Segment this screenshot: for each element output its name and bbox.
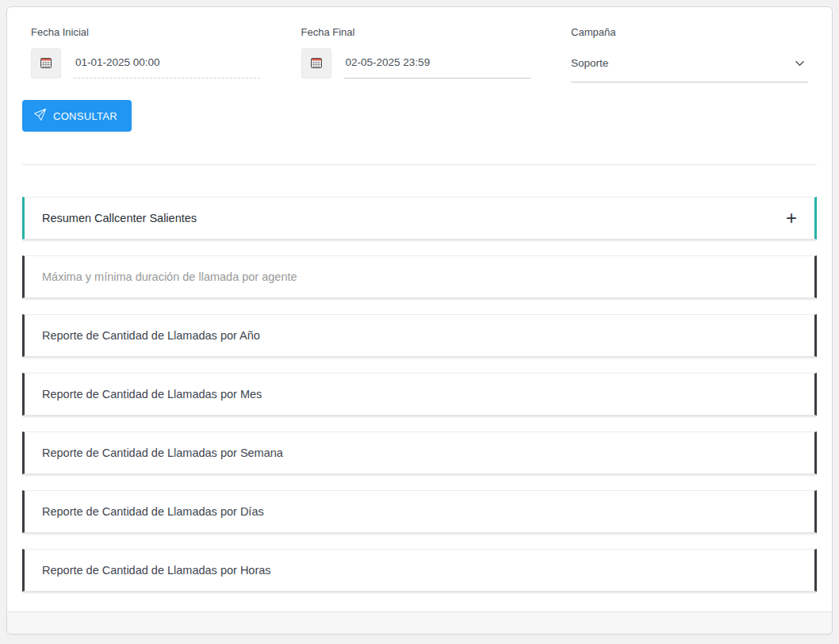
panel-maxima-minima-duracion[interactable]: Máxima y mínima duración de llamada por … <box>22 255 817 298</box>
consultar-button-label: CONSULTAR <box>53 110 117 122</box>
fecha-final-input[interactable] <box>344 48 531 79</box>
chevron-down-icon <box>795 56 805 70</box>
campana-group: Campaña Soporte <box>571 26 808 82</box>
panel-label: Máxima y mínima duración de llamada por … <box>42 270 297 283</box>
fecha-inicial-label: Fecha Inicial <box>31 26 260 38</box>
section-divider <box>22 164 817 165</box>
card-body: Fecha Inicial <box>7 7 832 611</box>
panel-label: Resumen Callcenter Salientes <box>42 212 197 224</box>
fecha-inicial-group: Fecha Inicial <box>31 26 260 82</box>
send-icon <box>34 109 46 123</box>
fecha-final-calendar-button[interactable] <box>301 48 331 79</box>
fecha-final-group: Fecha Final <box>301 26 531 82</box>
calendar-icon <box>40 56 52 71</box>
reports-accordion: Resumen Callcenter Salientes + Máxima y … <box>22 197 817 592</box>
panel-label: Reporte de Cantidad de Llamadas por Hora… <box>42 564 271 577</box>
panel-llamadas-por-horas[interactable]: Reporte de Cantidad de Llamadas por Hora… <box>22 549 817 592</box>
consultar-button[interactable]: CONSULTAR <box>22 100 132 132</box>
panel-label: Reporte de Cantidad de Llamadas por Días <box>42 505 264 518</box>
campana-label: Campaña <box>571 26 808 38</box>
filter-form: Fecha Inicial <box>22 26 817 82</box>
fecha-final-label: Fecha Final <box>301 26 531 38</box>
panel-llamadas-por-semana[interactable]: Reporte de Cantidad de Llamadas por Sema… <box>22 431 817 474</box>
fecha-inicial-calendar-button[interactable] <box>31 48 61 79</box>
fecha-inicial-input[interactable] <box>74 48 260 79</box>
panel-label: Reporte de Cantidad de Llamadas por Mes <box>42 388 262 401</box>
panel-label: Reporte de Cantidad de Llamadas por Sema… <box>42 447 283 459</box>
panel-label: Reporte de Cantidad de Llamadas por Año <box>42 329 260 342</box>
calendar-icon <box>310 56 323 71</box>
campana-selected-value: Soporte <box>571 57 608 69</box>
panel-llamadas-por-dias[interactable]: Reporte de Cantidad de Llamadas por Días <box>22 490 817 533</box>
card-footer <box>7 611 832 634</box>
panel-llamadas-por-mes[interactable]: Reporte de Cantidad de Llamadas por Mes <box>22 373 817 416</box>
panel-llamadas-por-ano[interactable]: Reporte de Cantidad de Llamadas por Año <box>22 314 817 357</box>
expand-plus-icon[interactable]: + <box>786 209 797 228</box>
report-card: Fecha Inicial <box>6 6 833 634</box>
campana-select[interactable]: Soporte <box>571 48 808 82</box>
panel-resumen-callcenter-salientes[interactable]: Resumen Callcenter Salientes + <box>22 197 817 240</box>
